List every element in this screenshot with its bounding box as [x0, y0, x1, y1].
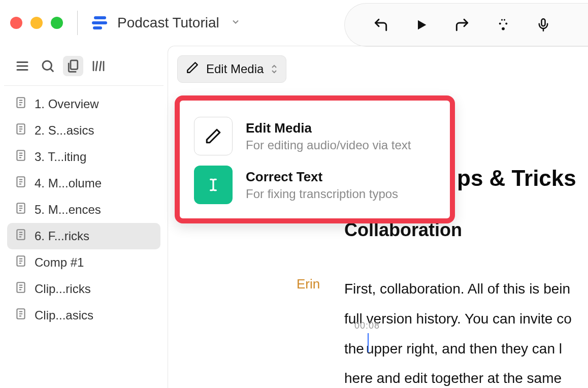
- app-logo-icon: [92, 15, 107, 30]
- script-item-label: Clip...asics: [35, 308, 93, 322]
- dropdown-option-title: Correct Text: [246, 169, 398, 185]
- dropdown-option-subtitle: For editing audio/video via text: [246, 138, 411, 152]
- documents-icon[interactable]: [63, 56, 83, 76]
- transcript-line[interactable]: theupper right, and then they can l: [344, 334, 588, 364]
- script-item-label: 3. T...iting: [35, 150, 86, 164]
- document-icon: [14, 228, 27, 244]
- svg-point-11: [43, 61, 52, 70]
- play-icon[interactable]: [414, 18, 429, 32]
- script-item[interactable]: 5. M...ences: [7, 197, 160, 223]
- script-item[interactable]: 3. T...iting: [7, 144, 160, 170]
- document-icon: [14, 175, 27, 191]
- transcript-line[interactable]: First, collaboration. All of this is bei…: [344, 274, 588, 304]
- svg-point-5: [504, 19, 505, 20]
- svg-line-12: [51, 69, 53, 72]
- script-item-label: 2. S...asics: [35, 123, 94, 138]
- pencil-icon: [194, 117, 233, 155]
- svg-point-2: [499, 23, 501, 25]
- sidebar-toolbar: [4, 52, 164, 86]
- microphone-icon[interactable]: [536, 18, 550, 32]
- ai-actions-icon[interactable]: [496, 17, 511, 33]
- chevron-down-icon[interactable]: [231, 17, 241, 29]
- mode-dropdown-highlight: Edit Media For editing audio/video via t…: [175, 95, 455, 223]
- dropdown-option-subtitle: For fixing transcription typos: [246, 187, 398, 201]
- script-item[interactable]: Comp #1: [7, 249, 160, 276]
- close-window-button[interactable]: [10, 17, 22, 29]
- transcript-word[interactable]: the: [344, 341, 364, 357]
- document-icon: [14, 254, 27, 271]
- menu-icon[interactable]: [12, 56, 32, 76]
- svg-rect-6: [542, 19, 545, 26]
- script-item-label: 6. F...ricks: [35, 229, 89, 243]
- document-icon: [14, 307, 27, 324]
- search-icon[interactable]: [38, 56, 58, 76]
- document-title[interactable]: Podcast Tutorial: [117, 15, 219, 31]
- window-controls: [10, 17, 63, 29]
- script-item[interactable]: 6. F...ricks: [7, 223, 160, 249]
- script-item[interactable]: Clip...ricks: [7, 276, 160, 302]
- script-item-label: 4. M...olume: [35, 176, 102, 190]
- sort-chevrons-icon: [271, 64, 278, 74]
- svg-point-3: [505, 23, 507, 25]
- timestamp-label: 00:08: [354, 320, 380, 331]
- document-icon: [14, 96, 27, 112]
- dropdown-option-edit-media[interactable]: Edit Media For editing audio/video via t…: [191, 112, 439, 160]
- transcript-text[interactable]: First, collaboration. All of this is bei…: [344, 274, 588, 388]
- title-bar: Podcast Tutorial: [0, 0, 588, 46]
- dropdown-option-correct-text[interactable]: Correct Text For fixing transcription ty…: [191, 160, 439, 209]
- playback-toolbar: [344, 3, 588, 47]
- document-icon: [14, 281, 27, 297]
- mode-switch-button[interactable]: Edit Media: [177, 55, 286, 83]
- minimize-window-button[interactable]: [30, 17, 43, 29]
- transcript-word[interactable]: upper right, and then they can l: [366, 341, 562, 357]
- document-icon: [14, 122, 27, 139]
- dropdown-option-text: Edit Media For editing audio/video via t…: [246, 120, 411, 152]
- script-item-label: 1. Overview: [35, 97, 99, 111]
- script-item-label: Comp #1: [35, 255, 84, 270]
- pencil-icon: [186, 61, 199, 77]
- document-icon: [14, 202, 27, 218]
- speaker-label[interactable]: Erin: [297, 276, 320, 292]
- svg-marker-0: [418, 20, 426, 30]
- text-cursor: [368, 333, 369, 352]
- dropdown-option-title: Edit Media: [246, 120, 411, 136]
- svg-point-1: [502, 27, 505, 30]
- svg-point-4: [501, 19, 503, 20]
- script-item[interactable]: 1. Overview: [7, 91, 160, 117]
- script-item[interactable]: 2. S...asics: [7, 117, 160, 144]
- dropdown-option-text: Correct Text For fixing transcription ty…: [246, 169, 398, 201]
- tracks-icon[interactable]: [88, 56, 109, 76]
- separator: [77, 11, 78, 35]
- transcript-line[interactable]: here and edit together at the same: [344, 364, 588, 388]
- sidebar: 1. Overview 2. S...asics 3. T...iting 4.…: [0, 46, 168, 388]
- redo-icon[interactable]: [454, 17, 470, 33]
- script-list: 1. Overview 2. S...asics 3. T...iting 4.…: [4, 91, 164, 329]
- transcript-line[interactable]: full version history. You can invite co: [344, 304, 588, 334]
- undo-icon[interactable]: [373, 17, 389, 33]
- mode-switch-label: Edit Media: [206, 62, 264, 76]
- script-item-label: 5. M...ences: [35, 203, 101, 217]
- svg-rect-13: [71, 60, 78, 70]
- text-cursor-icon: [194, 166, 233, 204]
- fullscreen-window-button[interactable]: [51, 17, 63, 29]
- page-title-fragment: ps & Tricks: [457, 166, 576, 191]
- script-item[interactable]: 4. M...olume: [7, 170, 160, 197]
- document-icon: [14, 149, 27, 165]
- script-item-label: Clip...ricks: [35, 282, 91, 296]
- script-item[interactable]: Clip...asics: [7, 302, 160, 329]
